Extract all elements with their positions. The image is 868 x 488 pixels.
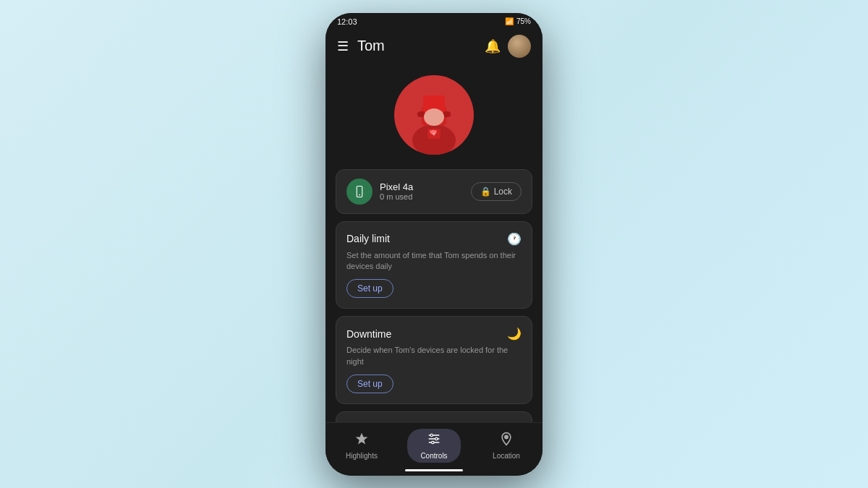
svg-marker-19 (356, 432, 368, 444)
daily-limit-title: Daily limit (346, 233, 390, 244)
nav-location-label: Location (493, 452, 520, 460)
svg-point-24 (435, 437, 438, 440)
page-title: Tom (357, 38, 385, 54)
downtime-header: Downtime 🌙 (346, 327, 522, 341)
nav-item-controls[interactable]: Controls (398, 429, 470, 463)
nav-item-highlights[interactable]: Highlights (326, 432, 398, 460)
status-icons: 📶 75% (505, 17, 531, 25)
nav-item-location[interactable]: Location (470, 432, 542, 460)
daily-limit-desc: Set the amount of time that Tom spends o… (346, 250, 522, 273)
header-right: 🔔 (485, 35, 531, 58)
daily-limit-setup-button[interactable]: Set up (346, 279, 393, 298)
phone-icon (353, 185, 366, 198)
device-name: Pixel 4a (380, 181, 413, 192)
header-left: ☰ Tom (337, 38, 385, 54)
svg-point-26 (505, 435, 508, 438)
device-icon-wrap (346, 179, 373, 205)
avatar[interactable] (508, 35, 531, 58)
nav-highlights-label: Highlights (346, 452, 378, 460)
clock-icon: 🕐 (507, 232, 522, 246)
device-card: Pixel 4a 0 m used 🔒 Lock (336, 169, 532, 214)
moon-icon: 🌙 (507, 327, 522, 341)
lock-button[interactable]: 🔒 Lock (471, 182, 522, 201)
status-bar: 12:03 📶 75% (326, 13, 542, 29)
daily-limit-header: Daily limit 🕐 (346, 232, 522, 246)
main-content: ♥ Pixel 4a 0 m used 🔒 (326, 64, 542, 422)
svg-point-23 (430, 434, 433, 436)
bell-icon[interactable]: 🔔 (485, 38, 501, 54)
controls-icon (427, 432, 441, 450)
device-info: Pixel 4a 0 m used (380, 181, 413, 201)
status-time: 12:03 (337, 17, 357, 26)
downtime-desc: Decide when Tom's devices are locked for… (346, 345, 522, 367)
downtime-title: Downtime (346, 328, 391, 340)
hamburger-icon[interactable]: ☰ (337, 38, 349, 54)
svg-point-25 (432, 441, 434, 443)
svg-text:♥: ♥ (433, 131, 436, 137)
bottom-nav: Highlights Controls (326, 422, 542, 476)
lock-icon: 🔒 (480, 187, 491, 197)
avatar-svg: ♥ (394, 75, 474, 155)
nav-controls-label: Controls (420, 452, 447, 460)
nav-indicator (405, 469, 463, 471)
device-usage: 0 m used (380, 192, 413, 201)
app-header: ☰ Tom 🔔 (326, 29, 542, 64)
signal-icon: 📶 (505, 17, 514, 25)
location-icon (499, 432, 514, 450)
daily-limit-card: Daily limit 🕐 Set the amount of time tha… (336, 221, 532, 309)
lock-label: Lock (494, 187, 512, 197)
phone-frame: 12:03 📶 75% ☰ Tom 🔔 (326, 13, 542, 476)
downtime-setup-button[interactable]: Set up (346, 374, 393, 393)
device-card-left: Pixel 4a 0 m used (346, 179, 413, 205)
app-limits-card[interactable]: App limits Set time limits and block app… (336, 411, 532, 421)
battery-text: 75% (516, 17, 531, 25)
profile-avatar: ♥ (394, 75, 474, 155)
svg-point-4 (424, 108, 444, 126)
profile-section: ♥ (326, 64, 542, 169)
downtime-card: Downtime 🌙 Decide when Tom's devices are… (336, 316, 532, 404)
svg-point-9 (359, 194, 360, 195)
highlights-icon (354, 432, 369, 450)
